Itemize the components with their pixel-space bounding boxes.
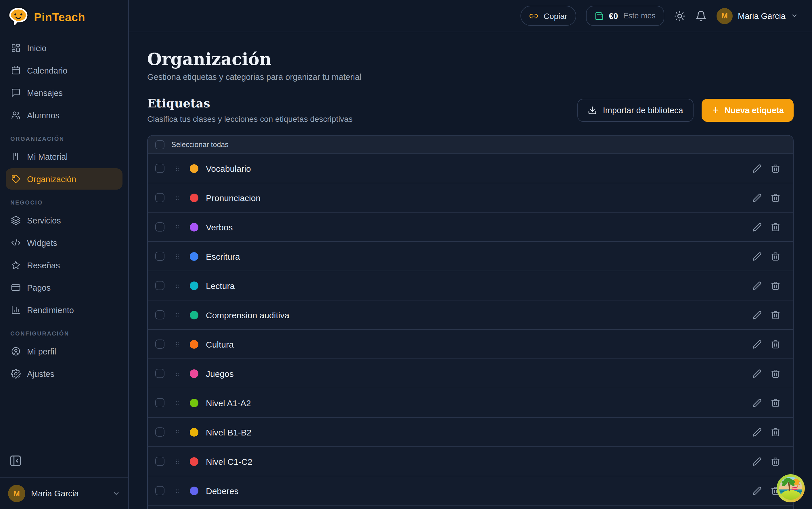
page-content: Organización Gestiona etiquetas y catego… — [129, 32, 812, 509]
star-icon — [11, 260, 21, 270]
tags-table-body: VocabularioPronunciacionVerbosEscrituraL… — [148, 154, 793, 509]
tag-checkbox[interactable] — [155, 486, 164, 495]
message-icon — [11, 88, 21, 98]
tag-color-dot — [190, 486, 198, 495]
delete-tag-button[interactable] — [771, 164, 780, 173]
grip-handle-icon[interactable] — [174, 398, 181, 407]
delete-tag-button[interactable] — [771, 398, 780, 408]
edit-tag-button[interactable] — [752, 310, 762, 320]
tag-row: Pronunciacion — [148, 183, 793, 212]
sidebar-item-organizaci-n[interactable]: Organización — [6, 168, 123, 190]
edit-tag-button[interactable] — [752, 427, 762, 437]
download-icon — [588, 105, 597, 114]
sidebar-item-rese-as[interactable]: Reseñas — [6, 254, 123, 276]
tag-color-dot — [190, 223, 198, 231]
tag-name: Comprension auditiva — [206, 310, 289, 320]
delete-tag-button[interactable] — [771, 427, 780, 437]
edit-tag-button[interactable] — [752, 251, 762, 261]
tag-checkbox[interactable] — [155, 281, 164, 290]
sidebar-item-label: Widgets — [27, 238, 57, 247]
sidebar-item-alumnos[interactable]: Alumnos — [6, 105, 123, 126]
collapse-sidebar-button[interactable] — [9, 454, 22, 467]
grip-handle-icon[interactable] — [174, 164, 181, 173]
delete-tag-button[interactable] — [771, 222, 780, 232]
edit-tag-button[interactable] — [752, 398, 762, 408]
grip-handle-icon[interactable] — [174, 486, 181, 495]
new-tag-button[interactable]: Nueva etiqueta — [701, 99, 793, 122]
tag-color-dot — [190, 369, 198, 378]
sidebar-item-mi-material[interactable]: Mi Material — [6, 146, 123, 167]
sidebar-item-mensajes[interactable]: Mensajes — [6, 82, 123, 103]
tag-checkbox[interactable] — [155, 222, 164, 232]
tag-checkbox[interactable] — [155, 164, 164, 173]
grip-handle-icon[interactable] — [174, 428, 181, 436]
sidebar-item-rendimiento[interactable]: Rendimiento — [6, 299, 123, 320]
grip-handle-icon[interactable] — [174, 457, 181, 466]
copy-button[interactable]: Copiar — [521, 6, 576, 26]
edit-tag-button[interactable] — [752, 281, 762, 291]
tag-checkbox[interactable] — [155, 310, 164, 319]
sidebar-item-servicios[interactable]: Servicios — [6, 210, 123, 231]
tropical-island-button[interactable] — [776, 474, 805, 503]
tag-name: Nivel A1-A2 — [206, 398, 251, 408]
edit-tag-button[interactable] — [752, 369, 762, 378]
sidebar-item-calendario[interactable]: Calendario — [6, 60, 123, 81]
grip-handle-icon[interactable] — [174, 369, 181, 378]
sidebar-item-pagos[interactable]: Pagos — [6, 277, 123, 298]
delete-tag-button[interactable] — [771, 193, 780, 203]
import-library-button[interactable]: Importar de biblioteca — [577, 99, 693, 122]
tag-checkbox[interactable] — [155, 193, 164, 202]
grip-handle-icon[interactable] — [174, 223, 181, 231]
tag-color-dot — [190, 340, 198, 348]
grip-handle-icon[interactable] — [174, 193, 181, 202]
tag-checkbox[interactable] — [155, 428, 164, 437]
edit-tag-button[interactable] — [752, 222, 762, 232]
user-circle-icon — [11, 346, 21, 356]
tag-row: Verbos — [148, 212, 793, 241]
tag-checkbox[interactable] — [155, 340, 164, 349]
delete-tag-button[interactable] — [771, 281, 780, 291]
logo[interactable]: PinTeach — [0, 0, 128, 32]
sidebar-item-inicio[interactable]: Inicio — [6, 37, 123, 59]
delete-tag-button[interactable] — [771, 339, 780, 349]
app-title: PinTeach — [34, 11, 85, 24]
sidebar-item-ajustes[interactable]: Ajustes — [6, 363, 123, 384]
grip-handle-icon[interactable] — [174, 340, 181, 348]
user-menu[interactable]: M Maria Garcia — [717, 8, 798, 24]
tags-section-header: Etiquetas Clasifica tus clases y leccion… — [147, 97, 793, 124]
sidebar-user[interactable]: M Maria Garcia — [0, 477, 128, 509]
tag-checkbox[interactable] — [155, 457, 164, 466]
delete-tag-button[interactable] — [771, 251, 780, 261]
tag-checkbox[interactable] — [155, 369, 164, 378]
tag-checkbox[interactable] — [155, 398, 164, 407]
tag-color-dot — [190, 398, 198, 407]
delete-tag-button[interactable] — [771, 456, 780, 466]
sun-icon — [674, 10, 686, 22]
delete-tag-button[interactable] — [771, 310, 780, 320]
trash-icon — [771, 398, 780, 408]
edit-tag-button[interactable] — [752, 486, 762, 496]
sidebar-item-mi-perfil[interactable]: Mi perfil — [6, 341, 123, 362]
select-all-checkbox[interactable] — [155, 140, 164, 149]
edit-tag-button[interactable] — [752, 164, 762, 173]
tag-row: Comprension auditiva — [148, 300, 793, 329]
edit-tag-button[interactable] — [752, 193, 762, 203]
tag-checkbox[interactable] — [155, 251, 164, 261]
earnings-pill[interactable]: €0 Este mes — [586, 6, 664, 26]
edit-tag-button[interactable] — [752, 339, 762, 349]
gear-icon — [11, 369, 21, 379]
delete-tag-button[interactable] — [771, 369, 780, 378]
pencil-icon — [752, 369, 762, 378]
trash-icon — [771, 281, 780, 291]
grip-handle-icon[interactable] — [174, 281, 181, 290]
trash-icon — [771, 251, 780, 261]
theme-toggle-button[interactable] — [674, 10, 686, 22]
grip-handle-icon[interactable] — [174, 252, 181, 261]
notifications-button[interactable] — [695, 10, 707, 22]
sidebar-item-label: Calendario — [27, 66, 67, 75]
grip-handle-icon[interactable] — [174, 310, 181, 319]
avatar: M — [8, 485, 25, 502]
edit-tag-button[interactable] — [752, 456, 762, 466]
trash-icon — [771, 310, 780, 320]
sidebar-item-widgets[interactable]: Widgets — [6, 232, 123, 253]
